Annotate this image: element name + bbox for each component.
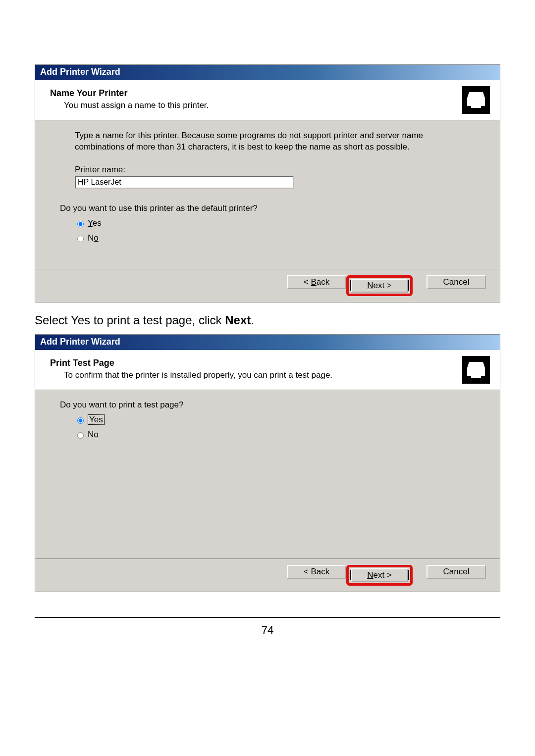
header-subtitle: To confirm that the printer is installed… [64, 370, 332, 380]
radio-no-row[interactable]: No [75, 430, 470, 440]
radio-yes-row[interactable]: Yes [75, 218, 470, 228]
radio-yes[interactable] [77, 221, 84, 227]
instruction-text: Type a name for this printer. Because so… [75, 130, 470, 153]
wizard-name-your-printer: Add Printer Wizard Name Your Printer You… [35, 64, 500, 302]
footer-rule [35, 617, 500, 618]
radio-yes-label: Yes [88, 415, 105, 425]
button-bar: < Back Next > Cancel [35, 269, 500, 302]
wizard-body: Type a name for this printer. Because so… [35, 120, 500, 269]
next-button[interactable]: Next > [351, 279, 408, 293]
titlebar: Add Printer Wizard [35, 335, 500, 350]
test-page-question: Do you want to print a test page? [60, 400, 470, 410]
radio-yes-row[interactable]: Yes [75, 415, 470, 425]
wizard-header: Name Your Printer You must assign a name… [35, 80, 500, 120]
radio-no-row[interactable]: No [75, 233, 470, 243]
next-button-highlight: Next > [346, 275, 413, 296]
printer-name-label: Printer name: [75, 165, 470, 175]
header-title: Name Your Printer [50, 88, 209, 99]
radio-yes[interactable] [77, 417, 84, 424]
radio-no-label: No [88, 430, 99, 440]
next-button-highlight: Next > [346, 565, 413, 586]
default-printer-question: Do you want to use this printer as the d… [60, 203, 470, 213]
header-subtitle: You must assign a name to this printer. [64, 101, 209, 110]
wizard-body: Do you want to print a test page? Yes No [35, 390, 500, 558]
page-number: 74 [35, 624, 500, 637]
wizard-header: Print Test Page To confirm that the prin… [35, 350, 500, 390]
button-bar: < Back Next > Cancel [35, 558, 500, 592]
radio-no[interactable] [77, 236, 84, 242]
cancel-button[interactable]: Cancel [427, 275, 486, 289]
back-button[interactable]: < Back [287, 275, 346, 289]
wizard-print-test-page: Add Printer Wizard Print Test Page To co… [35, 334, 500, 592]
cancel-button[interactable]: Cancel [427, 565, 486, 579]
printer-icon [462, 356, 490, 384]
titlebar: Add Printer Wizard [35, 65, 500, 80]
radio-no-label: No [88, 233, 99, 243]
printer-icon [462, 86, 490, 114]
back-button[interactable]: < Back [287, 565, 346, 579]
radio-no[interactable] [77, 432, 84, 439]
header-title: Print Test Page [50, 358, 332, 368]
radio-yes-label: Yes [88, 218, 102, 228]
instruction-caption: Select Yes to print a test page, click N… [35, 313, 500, 327]
next-button[interactable]: Next > [351, 568, 408, 582]
printer-name-input[interactable] [75, 176, 294, 189]
